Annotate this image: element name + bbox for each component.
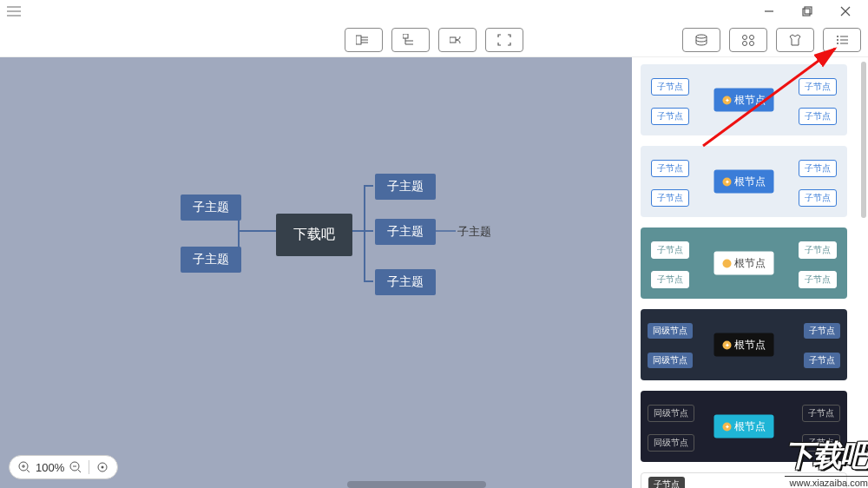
svg-rect-8 bbox=[356, 36, 361, 44]
minimize-button[interactable] bbox=[750, 0, 788, 23]
svg-line-29 bbox=[27, 470, 30, 472]
svg-point-36 bbox=[102, 466, 104, 469]
theme-leaf: 子节点 bbox=[804, 353, 840, 368]
right-child-node[interactable]: 子主题 bbox=[375, 174, 436, 200]
svg-point-17 bbox=[696, 35, 707, 38]
svg-point-22 bbox=[837, 36, 838, 37]
right-child-node[interactable]: 子主题 bbox=[375, 269, 436, 295]
layout-button-3[interactable] bbox=[438, 28, 477, 52]
layout-button-2[interactable] bbox=[391, 28, 430, 52]
svg-point-18 bbox=[743, 35, 747, 39]
vertical-scrollbar[interactable] bbox=[861, 62, 866, 218]
svg-point-19 bbox=[750, 35, 754, 39]
svg-point-26 bbox=[837, 43, 838, 44]
theme-thumbnail[interactable]: ✦根节点 子节点 子节点 子节点 子节点 bbox=[641, 146, 847, 217]
theme-leaf: 子节点 bbox=[804, 323, 840, 339]
svg-point-24 bbox=[837, 39, 838, 41]
svg-rect-5 bbox=[805, 7, 812, 14]
theme-leaf: 子节点 bbox=[802, 405, 840, 422]
left-child-node[interactable]: 子主题 bbox=[181, 195, 241, 221]
theme-leaf: 子节点 bbox=[799, 241, 837, 259]
theme-leaf: 子节点 bbox=[799, 271, 837, 288]
right-child-node[interactable]: 子主题 bbox=[375, 219, 436, 245]
locate-icon[interactable] bbox=[96, 461, 108, 473]
svg-line-33 bbox=[78, 470, 81, 472]
left-child-node[interactable]: 子主题 bbox=[181, 247, 241, 273]
zoom-controls: 100% bbox=[9, 455, 118, 479]
theme-leaf: 子节点 bbox=[799, 160, 837, 177]
focus-button[interactable] bbox=[485, 28, 523, 52]
theme-leaf: 子节点 bbox=[799, 189, 837, 207]
layout-button-1[interactable] bbox=[345, 28, 383, 52]
database-button[interactable] bbox=[682, 28, 720, 52]
theme-leaf: 同级节点 bbox=[648, 323, 693, 339]
maximize-button[interactable] bbox=[788, 0, 826, 23]
svg-point-21 bbox=[750, 41, 754, 45]
theme-leaf: 子节点 bbox=[651, 160, 689, 177]
apps-button[interactable] bbox=[729, 28, 767, 52]
theme-leaf: 子节点 bbox=[802, 434, 840, 452]
theme-leaf: 子节点 bbox=[651, 241, 689, 259]
theme-root-label: 根节点 bbox=[734, 419, 766, 434]
horizontal-scrollbar[interactable] bbox=[347, 481, 486, 488]
theme-panel[interactable]: ✦根节点 子节点 子节点 子节点 子节点 ✦根节点 子节点 子节点 子节点 子节… bbox=[632, 57, 868, 488]
theme-thumbnail[interactable]: 子节点 bbox=[641, 472, 847, 488]
theme-leaf: 子节点 bbox=[799, 78, 837, 96]
hamburger-menu[interactable] bbox=[3, 1, 24, 22]
svg-rect-4 bbox=[803, 9, 810, 16]
zoom-in-icon[interactable] bbox=[18, 461, 30, 473]
close-button[interactable] bbox=[826, 0, 865, 23]
theme-root-label: 根节点 bbox=[734, 256, 766, 271]
theme-leaf: 同级节点 bbox=[648, 405, 694, 422]
theme-thumbnail[interactable]: 根节点 子节点 子节点 子节点 子节点 bbox=[641, 228, 847, 299]
theme-leaf: 子节点 bbox=[651, 78, 689, 96]
mindmap-canvas[interactable]: 下载吧 子主题 子主题 子主题 子主题 子主题 子主题 100% bbox=[0, 57, 632, 488]
theme-thumbnail[interactable]: ✦根节点 子节点 子节点 子节点 子节点 bbox=[641, 64, 847, 135]
theme-leaf: 子节点 bbox=[651, 189, 689, 207]
theme-leaf: 子节点 bbox=[799, 108, 837, 125]
svg-rect-16 bbox=[450, 37, 456, 43]
svg-rect-12 bbox=[403, 34, 408, 38]
theme-thumbnail[interactable]: ✦根节点 同级节点 同级节点 子节点 子节点 bbox=[641, 391, 847, 462]
outline-button[interactable] bbox=[823, 28, 861, 52]
theme-leaf: 子节点 bbox=[651, 271, 689, 288]
svg-point-20 bbox=[743, 41, 747, 45]
theme-root-label: 根节点 bbox=[734, 338, 766, 353]
theme-thumbnail[interactable]: ✦根节点 同级节点 同级节点 子节点 子节点 bbox=[641, 309, 847, 380]
zoom-out-icon[interactable] bbox=[69, 461, 82, 473]
theme-leaf: 子节点 bbox=[648, 477, 685, 488]
zoom-level: 100% bbox=[36, 461, 64, 474]
theme-leaf: 同级节点 bbox=[648, 434, 694, 452]
theme-root-label: 根节点 bbox=[734, 175, 766, 189]
theme-leaf: 同级节点 bbox=[648, 353, 693, 368]
root-node[interactable]: 下载吧 bbox=[276, 214, 352, 256]
theme-root-label: 根节点 bbox=[734, 93, 766, 108]
grandchild-node[interactable]: 子主题 bbox=[457, 224, 491, 240]
theme-leaf: 子节点 bbox=[651, 108, 689, 125]
theme-button[interactable] bbox=[776, 28, 814, 52]
